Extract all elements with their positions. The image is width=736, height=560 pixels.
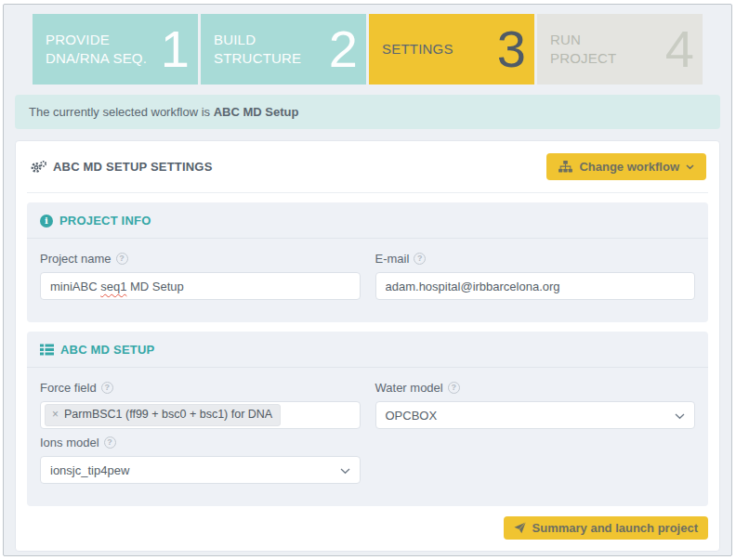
- email-field: E-mail ?: [375, 252, 696, 300]
- abc-md-setup-body: Force field ? × ParmBSC1 (ff99 + bsc0 + …: [27, 368, 708, 506]
- help-icon[interactable]: ?: [116, 253, 128, 265]
- step-label: RUN PROJECT: [550, 20, 616, 79]
- selected-tag: × ParmBSC1 (ff99 + bsc0 + bsc1) for DNA: [45, 404, 281, 426]
- ions-model-select[interactable]: ionsjc_tip4pew: [40, 456, 361, 484]
- step-label: SETTINGS: [382, 20, 453, 79]
- step-number: 2: [329, 23, 358, 75]
- help-icon[interactable]: ?: [448, 382, 460, 394]
- misspelled-word: seq1: [100, 280, 126, 293]
- project-name-input[interactable]: miniABC seq1 MD Setup: [40, 272, 361, 300]
- chevron-down-icon: [686, 164, 694, 170]
- workflow-steps: PROVIDE DNA/RNA SEQ. 1 BUILD STRUCTURE 2…: [33, 14, 703, 85]
- step-label: PROVIDE DNA/RNA SEQ.: [46, 20, 147, 79]
- step-label: BUILD STRUCTURE: [214, 20, 301, 79]
- summary-launch-button[interactable]: Summary and launch project: [504, 516, 708, 540]
- project-info-title: i PROJECT INFO: [27, 202, 708, 239]
- email-input[interactable]: [375, 272, 696, 300]
- step-provide-dna-rna-seq[interactable]: PROVIDE DNA/RNA SEQ. 1: [33, 14, 198, 85]
- paper-plane-icon: [514, 522, 526, 534]
- abc-md-setup-title: ABC MD SETUP: [27, 332, 708, 368]
- project-info-section: i PROJECT INFO Project name ? miniABC se…: [27, 202, 708, 322]
- chevron-down-icon: [340, 468, 350, 475]
- step-number: 3: [497, 23, 526, 75]
- chevron-down-icon: [675, 413, 685, 420]
- banner-text: The currently selected workflow is: [29, 105, 214, 119]
- sitemap-icon: [559, 161, 572, 173]
- step-settings[interactable]: SETTINGS 3: [369, 14, 534, 85]
- settings-panel-title: ABC MD SETUP SETTINGS: [30, 160, 213, 174]
- water-model-field: Water model ? OPCBOX: [375, 381, 696, 429]
- window-frame: PROVIDE DNA/RNA SEQ. 1 BUILD STRUCTURE 2…: [3, 4, 732, 556]
- water-model-select[interactable]: OPCBOX: [375, 401, 696, 429]
- project-name-label: Project name ?: [40, 252, 361, 266]
- ions-model-label: Ions model ?: [40, 436, 361, 449]
- workflow-name: ABC MD Setup: [214, 105, 299, 119]
- help-icon[interactable]: ?: [101, 382, 113, 394]
- selected-workflow-banner: The currently selected workflow is ABC M…: [15, 95, 720, 129]
- force-field-multiselect[interactable]: × ParmBSC1 (ff99 + bsc0 + bsc1) for DNA: [40, 401, 361, 429]
- step-number: 1: [161, 23, 190, 75]
- cogs-icon: [30, 161, 46, 174]
- settings-panel: ABC MD SETUP SETTINGS Change workflow: [15, 140, 720, 552]
- force-field-field: Force field ? × ParmBSC1 (ff99 + bsc0 + …: [40, 381, 361, 429]
- project-name-field: Project name ? miniABC seq1 MD Setup: [40, 252, 361, 300]
- remove-tag-icon[interactable]: ×: [52, 408, 59, 421]
- water-model-label: Water model ?: [375, 381, 696, 395]
- force-field-label: Force field ?: [40, 381, 361, 395]
- info-circle-icon: i: [40, 215, 53, 228]
- email-label: E-mail ?: [375, 252, 696, 266]
- change-workflow-button[interactable]: Change workflow: [546, 153, 706, 180]
- list-icon: [40, 344, 54, 356]
- help-icon[interactable]: ?: [414, 253, 426, 265]
- step-build-structure[interactable]: BUILD STRUCTURE 2: [201, 14, 366, 85]
- help-icon[interactable]: ?: [104, 436, 116, 449]
- ions-model-field: Ions model ? ionsjc_tip4pew: [40, 436, 361, 484]
- project-info-body: Project name ? miniABC seq1 MD Setup E-m…: [27, 239, 708, 322]
- step-number: 4: [665, 23, 694, 75]
- abc-md-setup-section: ABC MD SETUP Force field ? × ParmBSC1 (f…: [27, 332, 708, 506]
- settings-panel-header: ABC MD SETUP SETTINGS Change workflow: [27, 152, 708, 193]
- panel-actions: Summary and launch project: [27, 516, 708, 540]
- step-run-project[interactable]: RUN PROJECT 4: [537, 14, 703, 85]
